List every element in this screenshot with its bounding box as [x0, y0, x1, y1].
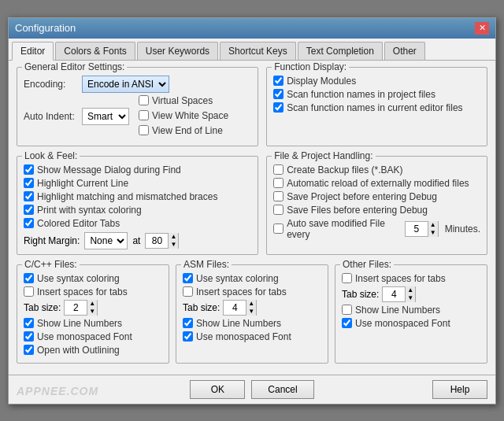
asm-tab-size-label: Tab size:: [183, 302, 220, 313]
right-margin-select[interactable]: None: [84, 232, 128, 249]
print-syntax-label: Print with syntax coloring: [37, 205, 142, 216]
view-white-space-row: View White Space: [139, 110, 228, 121]
cpp-show-line-numbers-row: Show Line Numbers: [24, 318, 162, 329]
save-files-checkbox[interactable]: [273, 205, 284, 215]
margin-spinbox: ▲ ▼: [145, 233, 179, 249]
display-modules-label: Display Modules: [287, 76, 356, 87]
asm-use-syntax-checkbox[interactable]: [183, 273, 193, 283]
save-files-row: Save Files before entering Debug: [273, 205, 480, 216]
save-project-label: Save Project before entering Debug: [287, 191, 437, 202]
watermark: APPNEE.COM: [17, 385, 98, 397]
show-message-checkbox[interactable]: [24, 164, 34, 175]
colored-editor-label: Colored Editor Tabs: [37, 218, 120, 229]
asm-tab-size-row: Tab size: ▲ ▼: [183, 300, 321, 316]
cpp-use-syntax-checkbox[interactable]: [24, 273, 34, 283]
asm-use-monospaced-checkbox[interactable]: [183, 331, 193, 342]
show-message-label: Show Message Dialog during Find: [37, 164, 181, 175]
colored-editor-checkbox[interactable]: [24, 218, 34, 228]
virtual-spaces-label: Virtual Spaces: [152, 95, 213, 106]
tab-colors-fonts[interactable]: Colors & Fonts: [55, 42, 135, 60]
other-show-line-numbers-label: Show Line Numbers: [355, 305, 440, 316]
close-button[interactable]: ✕: [475, 22, 489, 35]
other-files-group: Other Files: Insert spaces for tabs Tab …: [335, 264, 487, 364]
other-tab-decrement-button[interactable]: ▼: [406, 294, 415, 302]
middle-row: Look & Feel: Show Message Dialog during …: [17, 156, 487, 260]
auto-save-spinbox-buttons: ▲ ▼: [428, 221, 438, 237]
asm-show-line-numbers-checkbox[interactable]: [183, 318, 193, 328]
cancel-button[interactable]: Cancel: [251, 380, 313, 399]
asm-tab-increment-button[interactable]: ▲: [246, 300, 256, 308]
cpp-insert-spaces-checkbox[interactable]: [24, 286, 34, 297]
create-backup-row: Create Backup files (*.BAK): [273, 164, 480, 175]
function-display-title: Function Display:: [272, 61, 349, 72]
virtual-spaces-row: Virtual Spaces: [139, 95, 228, 106]
cpp-open-outlining-row: Open with Outlining: [24, 345, 162, 356]
general-settings-title: General Editor Settings:: [22, 61, 127, 72]
tab-other[interactable]: Other: [384, 42, 425, 60]
asm-tab-size-input[interactable]: [224, 302, 246, 313]
save-project-checkbox[interactable]: [273, 191, 284, 201]
auto-save-decrement-button[interactable]: ▼: [428, 229, 438, 237]
ok-button[interactable]: OK: [190, 380, 245, 399]
encoding-select[interactable]: Encode in ANSI: [82, 76, 169, 93]
view-end-of-line-checkbox[interactable]: [139, 125, 149, 135]
asm-show-line-numbers-row: Show Line Numbers: [183, 318, 321, 329]
display-modules-checkbox[interactable]: [273, 76, 284, 86]
scan-current-checkbox[interactable]: [273, 102, 284, 113]
other-tab-size-input[interactable]: [383, 289, 405, 300]
auto-save-checkbox[interactable]: [273, 223, 284, 234]
cpp-show-line-numbers-checkbox[interactable]: [24, 318, 34, 328]
other-insert-spaces-checkbox[interactable]: [342, 273, 352, 283]
tab-user-keywords[interactable]: User Keywords: [137, 42, 218, 60]
create-backup-checkbox[interactable]: [273, 164, 284, 175]
tab-editor[interactable]: Editor: [12, 42, 54, 61]
tab-shortcut-keys[interactable]: Shortcut Keys: [220, 42, 296, 60]
asm-tab-decrement-button[interactable]: ▼: [246, 308, 256, 316]
cpp-files-content: Use syntax coloring Insert spaces for ta…: [24, 273, 162, 356]
cpp-insert-spaces-label: Insert spaces for tabs: [37, 286, 128, 297]
highlight-line-checkbox[interactable]: [24, 178, 34, 188]
other-tab-increment-button[interactable]: ▲: [406, 286, 415, 294]
auto-save-increment-button[interactable]: ▲: [428, 221, 438, 229]
margin-increment-button[interactable]: ▲: [169, 233, 178, 241]
auto-save-value-input[interactable]: [406, 223, 428, 235]
margin-decrement-button[interactable]: ▼: [169, 241, 178, 249]
cpp-tab-increment-button[interactable]: ▲: [87, 300, 97, 308]
asm-use-syntax-label: Use syntax coloring: [196, 273, 279, 284]
asm-files-content: Use syntax coloring Insert spaces for ta…: [183, 273, 321, 342]
highlight-line-row: Highlight Current Line: [24, 178, 251, 189]
cpp-use-monospaced-checkbox[interactable]: [24, 331, 34, 342]
spaces-options: Virtual Spaces View White Space View End…: [139, 95, 228, 138]
scan-project-row: Scan function names in project files: [273, 89, 480, 100]
print-syntax-checkbox[interactable]: [24, 205, 34, 215]
cpp-use-syntax-label: Use syntax coloring: [37, 273, 120, 284]
auto-indent-select[interactable]: Smart: [82, 108, 129, 125]
cpp-use-monospaced-label: Use monospaced Font: [37, 331, 132, 342]
function-display-content: Display Modules Scan function names in p…: [273, 76, 480, 113]
cpp-tab-size-label: Tab size:: [24, 302, 61, 313]
cpp-open-outlining-checkbox[interactable]: [24, 345, 34, 355]
save-files-label: Save Files before entering Debug: [287, 205, 428, 216]
virtual-spaces-checkbox[interactable]: [139, 95, 149, 105]
create-backup-label: Create Backup files (*.BAK): [287, 164, 402, 175]
cpp-tab-size-input[interactable]: [65, 302, 87, 313]
tab-text-completion[interactable]: Text Completion: [298, 42, 383, 60]
highlight-matching-checkbox[interactable]: [24, 191, 34, 201]
asm-insert-spaces-checkbox[interactable]: [183, 286, 193, 297]
asm-tab-size-spinbox: ▲ ▼: [223, 300, 257, 316]
other-use-monospaced-checkbox[interactable]: [342, 318, 352, 328]
auto-reload-checkbox[interactable]: [273, 178, 284, 188]
margin-value-input[interactable]: [146, 235, 168, 246]
other-tab-spinbox-buttons: ▲ ▼: [405, 286, 415, 302]
view-white-space-checkbox[interactable]: [139, 110, 149, 120]
scan-project-checkbox[interactable]: [273, 89, 284, 99]
file-types-row: C/C++ Files: Use syntax coloring Insert …: [17, 264, 487, 364]
other-tab-size-row: Tab size: ▲ ▼: [342, 286, 480, 302]
auto-save-spinbox: ▲ ▼: [405, 221, 439, 237]
help-button[interactable]: Help: [432, 380, 487, 399]
file-project-title: File & Project Handling:: [272, 150, 375, 161]
auto-save-label: Auto save modified File every: [287, 218, 398, 240]
cpp-tab-decrement-button[interactable]: ▼: [87, 308, 97, 316]
other-show-line-numbers-checkbox[interactable]: [342, 305, 352, 315]
main-content: General Editor Settings: Encoding: Encod…: [9, 61, 495, 375]
